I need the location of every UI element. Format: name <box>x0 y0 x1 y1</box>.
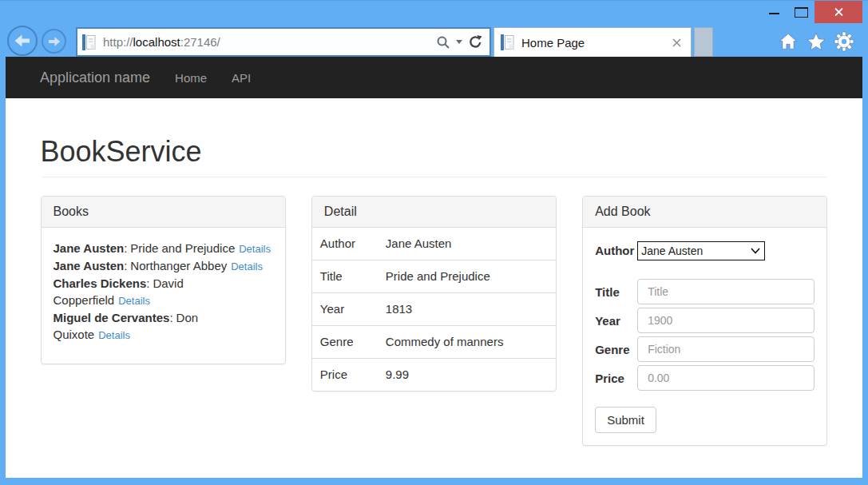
list-item: Jane Austen:Northanger AbbeyDetails <box>54 257 273 275</box>
url-scheme: http:// <box>103 35 133 49</box>
back-button[interactable] <box>7 26 38 56</box>
table-row: Year1813 <box>312 293 556 326</box>
minimize-icon <box>769 13 779 14</box>
table-row: Price9.99 <box>312 359 556 392</box>
book-author: Jane Austen <box>54 259 125 272</box>
books-panel-body: Jane Austen:Pride and PrejudiceDetails J… <box>42 228 285 364</box>
books-panel-title: Books <box>42 197 285 228</box>
book-separator: : <box>169 311 172 324</box>
navbar: Application name Home API <box>6 57 862 98</box>
main-container: BookService Books Jane Austen:Pride and … <box>41 135 828 446</box>
title-input[interactable] <box>637 279 814 304</box>
address-bar-icons <box>436 29 483 55</box>
back-arrow-icon <box>12 30 33 51</box>
navbar-brand[interactable]: Application name <box>40 70 150 86</box>
page-title: BookService <box>41 135 828 169</box>
book-list: Jane Austen:Pride and PrejudiceDetails J… <box>54 240 273 344</box>
url-host: localhost <box>133 35 180 49</box>
detail-label: Author <box>312 228 386 260</box>
author-field-row: Author Jane Austen <box>595 241 814 260</box>
book-title: Pride and Prejudice <box>130 241 235 255</box>
maximize-icon <box>795 7 808 18</box>
title-label: Title <box>595 284 637 299</box>
book-author: Miguel de Cervantes <box>54 311 170 324</box>
close-button[interactable] <box>814 1 862 23</box>
search-dropdown-icon[interactable] <box>456 40 462 44</box>
detail-value: Commedy of manners <box>386 326 556 359</box>
submit-button[interactable]: Submit <box>595 407 656 433</box>
page-icon <box>501 34 515 51</box>
browser-window: http://localhost:27146/ Home Page <box>0 0 868 485</box>
detail-table: AuthorJane Austen TitlePride and Prejudi… <box>312 228 556 391</box>
list-item: Miguel de Cervantes:Don QuixoteDetails <box>54 309 273 344</box>
nav-link-home[interactable]: Home <box>175 71 207 85</box>
book-separator: : <box>146 276 149 290</box>
detail-value: Pride and Prejudice <box>386 260 556 293</box>
book-author: Jane Austen <box>54 241 125 255</box>
detail-panel-title: Detail <box>312 197 556 228</box>
add-book-form: Author Jane Austen Title <box>583 228 826 445</box>
home-button[interactable] <box>777 30 799 53</box>
author-label: Author <box>595 244 637 260</box>
maximize-button[interactable] <box>789 1 813 23</box>
list-item: Jane Austen:Pride and PrejudiceDetails <box>54 240 273 257</box>
url-text: http://localhost:27146/ <box>103 35 220 49</box>
details-link[interactable]: Details <box>118 295 150 307</box>
year-field-row: Year <box>595 308 814 333</box>
book-separator: : <box>124 259 127 272</box>
book-author: Charles Dickens <box>54 276 147 290</box>
home-icon <box>778 31 799 52</box>
detail-value: 1813 <box>386 293 556 326</box>
gear-icon <box>834 31 854 52</box>
add-book-panel-title: Add Book <box>583 197 826 228</box>
page-content: Application name Home API BookService Bo… <box>6 57 862 478</box>
add-book-panel: Add Book Author Jane Austen <box>582 196 827 446</box>
table-row: AuthorJane Austen <box>312 228 556 260</box>
title-field-row: Title <box>595 279 814 304</box>
settings-button[interactable] <box>833 30 855 53</box>
detail-label: Price <box>312 359 386 392</box>
genre-label: Genre <box>595 342 637 356</box>
detail-label: Genre <box>312 326 386 359</box>
page-icon <box>82 34 97 51</box>
book-separator: : <box>124 241 127 255</box>
details-link[interactable]: Details <box>231 260 263 272</box>
author-select-wrap: Jane Austen <box>637 241 765 260</box>
table-row: GenreCommedy of manners <box>312 326 556 359</box>
close-icon <box>672 38 681 47</box>
tab-home-page[interactable]: Home Page <box>493 27 692 57</box>
search-icon[interactable] <box>436 35 450 50</box>
tab-title: Home Page <box>521 36 670 50</box>
detail-panel: Detail AuthorJane Austen TitlePride and … <box>311 196 557 392</box>
books-panel: Books Jane Austen:Pride and PrejudiceDet… <box>41 196 286 364</box>
detail-value: 9.99 <box>386 359 556 392</box>
new-tab-button[interactable] <box>694 27 713 57</box>
panels-row: Books Jane Austen:Pride and PrejudiceDet… <box>41 196 828 446</box>
price-input[interactable] <box>637 365 814 391</box>
nav-link-api[interactable]: API <box>232 71 251 85</box>
genre-input[interactable] <box>637 336 814 362</box>
details-link[interactable]: Details <box>98 329 130 341</box>
year-label: Year <box>595 313 637 328</box>
star-icon <box>806 31 826 52</box>
tab-close-button[interactable] <box>670 36 683 49</box>
title-divider <box>41 177 828 177</box>
refresh-icon[interactable] <box>468 34 483 50</box>
detail-value: Jane Austen <box>386 228 556 260</box>
price-field-row: Price <box>595 365 814 391</box>
list-item: Charles Dickens:David CopperfieldDetails <box>54 275 273 309</box>
details-link[interactable]: Details <box>239 243 271 255</box>
detail-label: Title <box>312 260 386 293</box>
browser-toolbar-icons <box>777 30 855 53</box>
forward-button[interactable] <box>42 29 66 54</box>
favorites-button[interactable] <box>805 30 827 53</box>
book-title: Northanger Abbey <box>130 259 227 272</box>
author-select[interactable]: Jane Austen <box>637 241 765 260</box>
forward-arrow-icon <box>46 34 62 50</box>
year-input[interactable] <box>637 308 814 333</box>
minimize-button[interactable] <box>763 1 787 23</box>
url-path: :27146/ <box>180 35 220 49</box>
price-label: Price <box>595 371 637 385</box>
address-bar[interactable]: http://localhost:27146/ <box>76 27 491 57</box>
table-row: TitlePride and Prejudice <box>312 260 556 293</box>
